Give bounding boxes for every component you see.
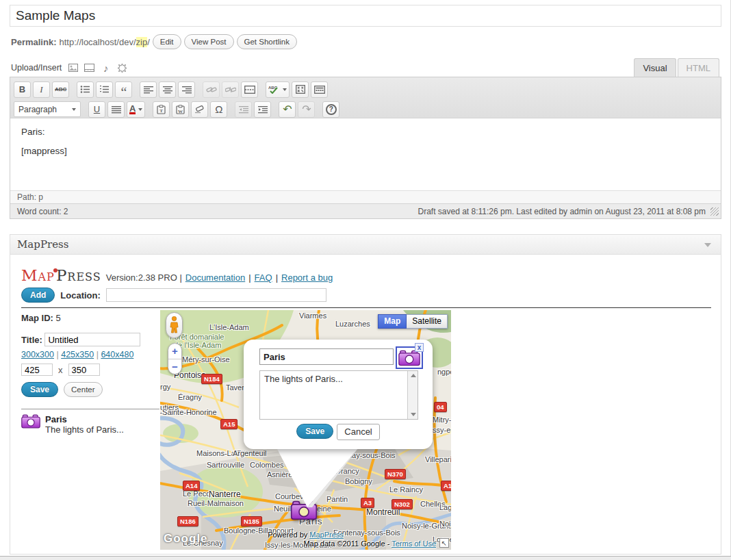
bullet-list-icon[interactable] — [77, 81, 94, 98]
text-color-button[interactable]: A — [127, 101, 145, 118]
editor-resize-handle[interactable] — [710, 207, 719, 216]
justify-full-icon[interactable] — [107, 101, 125, 118]
map-label: L'Isle-Adam — [209, 323, 249, 331]
location-input[interactable] — [106, 288, 326, 302]
metabox-header[interactable]: MapPress — [10, 235, 721, 255]
map-height-input[interactable] — [68, 364, 100, 376]
location-label: Location: — [60, 290, 101, 301]
logo-map-text: Map — [21, 266, 55, 284]
redo-button[interactable]: ↷ — [298, 101, 315, 118]
logo-dot-icon — [53, 268, 57, 272]
link-separator: | — [276, 272, 278, 283]
map-title-row: Title: — [21, 333, 158, 346]
path-bar: Path: p — [10, 190, 721, 203]
pegman-control[interactable] — [166, 312, 183, 338]
map-label: Méry-sur-Oise — [182, 355, 230, 364]
window-bottom-edge — [0, 556, 731, 560]
size-link-300[interactable]: 300x300 — [21, 350, 54, 359]
route-badge: N186 — [177, 516, 198, 526]
add-image-icon[interactable] — [68, 63, 78, 73]
paste-word-icon[interactable]: W — [172, 101, 189, 118]
infowindow-cancel-button[interactable]: Cancel — [337, 424, 379, 440]
add-video-icon[interactable] — [84, 63, 94, 73]
map-type-satellite-button[interactable]: Satellite — [407, 314, 448, 329]
map-center-button[interactable]: Center — [64, 382, 103, 397]
zoom-out-button[interactable]: − — [168, 359, 181, 374]
infowindow-title-input[interactable] — [259, 348, 394, 365]
link-icon[interactable] — [203, 81, 220, 98]
add-location-row: Add Location: — [21, 287, 326, 303]
get-shortlink-button[interactable]: Get Shortlink — [237, 34, 297, 49]
size-link-640[interactable]: 640x480 — [101, 350, 133, 359]
map-settings-sidebar: Map ID: 5 Title: — [21, 313, 158, 346]
permalink-slug: zip — [136, 37, 148, 47]
editor-toolbar: B I ABC “ ABC Paragr — [10, 77, 721, 118]
bold-button[interactable]: B — [14, 81, 31, 98]
documentation-link[interactable]: Documentation — [185, 272, 245, 283]
map-label: Sartrouville — [207, 461, 244, 469]
numbered-list-icon[interactable] — [96, 81, 113, 98]
poi-list-item[interactable]: Paris The lights of Paris... — [21, 414, 124, 435]
mappress-logo: Map Press — [21, 266, 101, 284]
infowindow-scrollbar[interactable] — [407, 371, 418, 419]
tab-html[interactable]: HTML — [678, 58, 719, 77]
kitchen-sink-icon[interactable] — [311, 81, 328, 98]
infowindow-close-icon[interactable]: x — [415, 343, 424, 352]
outdent-icon[interactable] — [235, 101, 252, 118]
size-link-425[interactable]: 425x350 — [61, 350, 94, 359]
unlink-icon[interactable] — [222, 81, 239, 98]
metabox-toggle-icon[interactable] — [704, 243, 711, 247]
underline-button[interactable]: U — [88, 101, 105, 118]
text-color-caret-icon — [138, 108, 142, 111]
map-title-input[interactable] — [44, 333, 140, 346]
scroll-down-icon[interactable] — [411, 413, 416, 416]
blockquote-button[interactable]: “ — [115, 81, 132, 98]
google-map[interactable]: ViarmesLuzarchesL'Isle-AdamForêt domania… — [160, 310, 451, 550]
infowindow-buttons: Save Cancel — [244, 424, 433, 440]
undo-button[interactable]: ↶ — [279, 101, 296, 118]
map-width-input[interactable] — [21, 364, 53, 376]
special-char-button[interactable]: Ω — [210, 101, 227, 118]
more-tag-icon[interactable] — [241, 81, 258, 98]
infowindow-save-button[interactable]: Save — [296, 424, 333, 439]
italic-button[interactable]: I — [33, 81, 50, 98]
logo-press-text: Press — [56, 266, 101, 284]
indent-icon[interactable] — [254, 101, 271, 118]
pegman-icon — [170, 316, 179, 334]
map-save-button[interactable]: Save — [21, 382, 58, 397]
view-post-button[interactable]: View Post — [184, 34, 234, 49]
map-type-map-button[interactable]: Map — [378, 314, 407, 329]
editor-content[interactable]: Paris: [mappress] — [10, 118, 721, 190]
map-data-attribution: Map data ©2011 Google - Terms of Use — [303, 539, 436, 548]
map-resize-handle[interactable]: ↖ — [439, 538, 449, 548]
map-label: Nanterre — [209, 489, 241, 499]
editor-tabs: Visual HTML — [634, 58, 719, 77]
edit-permalink-button[interactable]: Edit — [153, 34, 181, 49]
report-bug-link[interactable]: Report a bug — [281, 272, 333, 283]
route-badge: 04 — [434, 402, 447, 412]
scroll-up-icon[interactable] — [411, 374, 416, 377]
align-center-icon[interactable] — [159, 81, 176, 98]
help-button[interactable]: ? — [322, 101, 339, 118]
infowindow-body-textarea[interactable]: The lights of Paris... — [259, 370, 418, 420]
fullscreen-icon[interactable] — [292, 81, 309, 98]
post-title-input[interactable] — [10, 5, 721, 27]
zoom-in-button[interactable]: + — [168, 344, 181, 359]
add-button[interactable]: Add — [21, 288, 55, 303]
remove-format-icon[interactable] — [191, 101, 208, 118]
tab-visual[interactable]: Visual — [634, 58, 676, 77]
mappress-link[interactable]: MapPress — [309, 531, 344, 539]
add-media-icon[interactable] — [117, 63, 127, 73]
paste-text-icon[interactable]: T — [153, 101, 170, 118]
add-audio-icon[interactable]: ♪ — [101, 63, 111, 73]
map-label: Le Raincy — [389, 485, 423, 494]
align-right-icon[interactable] — [178, 81, 195, 98]
faq-link[interactable]: FAQ — [255, 272, 272, 283]
spellcheck-button[interactable]: ABC — [266, 81, 290, 98]
route-badge: N302 — [392, 499, 413, 509]
align-left-icon[interactable] — [140, 81, 157, 98]
map-id-row: Map ID: 5 — [21, 313, 158, 323]
strikethrough-button[interactable]: ABC — [52, 81, 69, 98]
paragraph-select[interactable]: Paragraph — [14, 101, 81, 117]
terms-of-use-link[interactable]: Terms of Use — [392, 539, 436, 548]
